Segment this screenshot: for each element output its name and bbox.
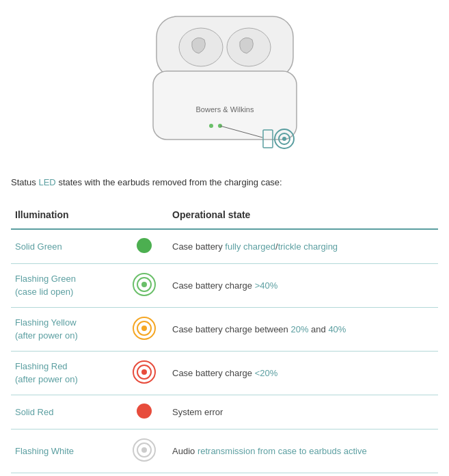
led-ring-icon <box>132 316 157 341</box>
cell-state: Case battery charge between 20% and 40% <box>168 308 438 352</box>
cell-state: Case battery fully charged/trickle charg… <box>168 229 438 264</box>
cell-icon <box>120 429 168 473</box>
cell-state: Audio retransmission from case to earbud… <box>168 429 438 473</box>
header-operational-state: Operational state <box>168 203 438 230</box>
cell-state: Case battery charge >40% <box>168 264 438 308</box>
svg-point-23 <box>141 447 147 453</box>
led-ring-icon <box>132 272 157 297</box>
svg-point-11 <box>282 137 286 141</box>
table-row: Flashing Yellow(after power on)Case batt… <box>11 308 438 352</box>
table-row: Solid RedSystem error <box>11 395 438 429</box>
cell-illumination: Solid Green <box>11 229 120 264</box>
led-ring-icon <box>132 360 157 384</box>
cell-illumination: Flashing White <box>11 429 120 473</box>
status-description: Status LED states with the earbuds remov… <box>11 176 438 189</box>
svg-point-14 <box>141 282 147 287</box>
table-row: Solid GreenCase battery fully charged/tr… <box>11 229 438 264</box>
led-solid-icon <box>137 404 152 419</box>
led-highlight: LED <box>38 177 55 187</box>
case-illustration: Bowers & Wilkins <box>11 11 438 163</box>
earbuds-case-svg: Bowers & Wilkins <box>143 11 307 161</box>
table-row: Flashing WhiteAudio retransmission from … <box>11 429 438 473</box>
table-row: Flashing Red(after power on)Case battery… <box>11 352 438 395</box>
cell-state: Case battery charge <20% <box>168 352 438 395</box>
cell-illumination: Flashing Yellow(after power on) <box>11 308 120 352</box>
cell-illumination: Flashing Red(after power on) <box>11 352 120 395</box>
svg-text:Bowers & Wilkins: Bowers & Wilkins <box>195 105 254 114</box>
table-row: Flashing Green(case lid open)Case batter… <box>11 264 438 308</box>
cell-icon <box>120 395 168 429</box>
cell-icon <box>120 229 168 264</box>
led-ring-icon <box>132 438 157 462</box>
svg-rect-0 <box>157 16 293 78</box>
cell-icon <box>120 352 168 395</box>
case-wrapper: Bowers & Wilkins <box>143 11 307 163</box>
led-states-table: Illumination Operational state Solid Gre… <box>11 203 438 474</box>
cell-state: System error <box>168 395 438 429</box>
cell-icon <box>120 264 168 308</box>
cell-illumination: Solid Red <box>11 395 120 429</box>
svg-point-17 <box>141 326 147 331</box>
svg-point-20 <box>141 369 147 375</box>
svg-point-5 <box>209 124 213 128</box>
cell-icon <box>120 308 168 352</box>
header-illumination: Illumination <box>11 203 120 230</box>
led-solid-icon <box>137 238 152 253</box>
cell-illumination: Flashing Green(case lid open) <box>11 264 120 308</box>
